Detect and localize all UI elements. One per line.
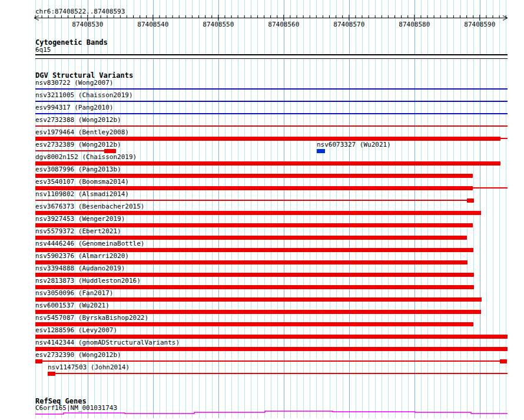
genome-browser-view: chr6:87408522..87408593 8740853087408540… bbox=[0, 0, 524, 420]
refseq-gene-structure[interactable] bbox=[0, 0, 524, 420]
